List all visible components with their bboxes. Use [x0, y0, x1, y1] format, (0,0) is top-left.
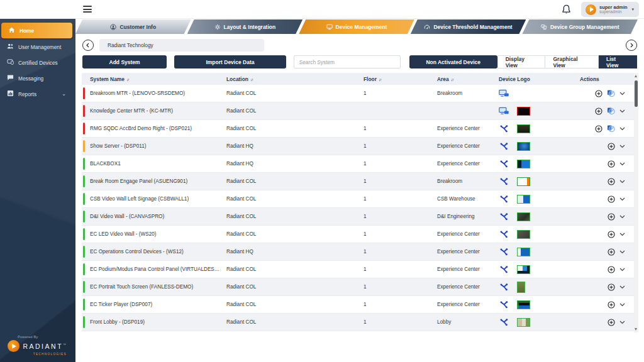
add-circle-button[interactable]	[608, 178, 615, 185]
tab-device-threshold-management[interactable]: Device Threshold Management	[411, 19, 526, 34]
status-bar	[83, 158, 85, 170]
table-row[interactable]: D&I Video Wall - (CANVASPRO) Radiant COL…	[82, 208, 638, 226]
cell-device-logo	[499, 177, 579, 186]
import-device-data-button[interactable]: Import Device Data	[174, 55, 286, 69]
hamburger-menu-icon[interactable]	[83, 6, 92, 13]
edit-blocked-icon[interactable]	[607, 89, 615, 97]
sort-icon[interactable]: ↓↑	[126, 77, 129, 82]
table-row[interactable]: EC Podium/Modus Pana Control Panel (VIRT…	[82, 261, 638, 278]
table-row[interactable]: EC Ticker Player (DSP007) Radiant COL 1 …	[82, 296, 638, 314]
header-floor[interactable]: Floor↓↑	[364, 76, 437, 82]
scroll-up-icon[interactable]	[635, 75, 637, 77]
cell-location: Radiant HQ	[226, 143, 364, 149]
add-circle-button[interactable]	[608, 195, 615, 203]
add-circle-button[interactable]	[608, 301, 615, 309]
table-row[interactable]: EC Portrait Touch Screen (FANLESS-DEMO) …	[82, 278, 638, 296]
device-thumbnail	[517, 195, 530, 204]
expand-row-button[interactable]	[619, 109, 625, 113]
expand-row-button[interactable]	[619, 145, 625, 148]
expand-row-button[interactable]	[619, 215, 625, 219]
radiant-brand-sub: TECHNOLOGIES	[0, 353, 67, 356]
scrollbar-thumb[interactable]	[635, 80, 638, 107]
table-row[interactable]: CSB Video Wall Left Signage (CSBWALL1) R…	[82, 190, 638, 208]
cell-floor: 1	[364, 178, 437, 184]
table-row[interactable]: BLACKBOX1 Radiant HQ 1 Experience Center	[82, 155, 638, 173]
sort-icon[interactable]: ↓↑	[451, 77, 453, 82]
expand-row-button[interactable]	[619, 321, 625, 324]
expand-row-button[interactable]	[619, 285, 625, 289]
scroll-down-icon[interactable]	[635, 328, 637, 331]
customer-select[interactable]: Radiant Technology	[99, 39, 264, 52]
add-circle-button[interactable]	[608, 266, 615, 273]
expand-row-button[interactable]	[619, 197, 625, 201]
media-player-icon	[499, 265, 509, 273]
add-circle-button[interactable]	[595, 90, 602, 97]
sort-icon[interactable]: ↓↑	[379, 77, 381, 82]
add-circle-button[interactable]	[608, 213, 615, 221]
sidebar-item-home[interactable]: Home	[1, 23, 72, 38]
add-circle-button[interactable]	[608, 248, 615, 256]
cell-device-logo	[499, 265, 579, 274]
sort-icon[interactable]: ↓↑	[250, 77, 253, 82]
add-circle-button[interactable]	[595, 107, 602, 115]
device-thumbnail	[517, 177, 530, 186]
edit-blocked-icon[interactable]	[607, 107, 615, 115]
cell-actions	[579, 178, 638, 185]
cell-device-logo	[499, 248, 579, 256]
cell-area: Breakroom	[437, 90, 499, 96]
search-system-input[interactable]	[294, 55, 401, 69]
list-view-button[interactable]: List View	[599, 55, 637, 69]
media-player-icon	[499, 318, 509, 326]
add-circle-button[interactable]	[608, 160, 615, 168]
add-system-button[interactable]: Add System	[82, 55, 167, 69]
status-bar	[83, 263, 85, 275]
table-row[interactable]: EC LED Video Wall - (WS20) Radiant COL 1…	[82, 226, 638, 243]
expand-row-button[interactable]	[619, 303, 625, 307]
expand-row-button[interactable]	[619, 162, 625, 166]
table-row[interactable]: EC Operations Control Devices - (WS12) R…	[82, 243, 638, 261]
notification-bell-icon[interactable]	[562, 4, 571, 14]
add-circle-button[interactable]	[608, 319, 615, 326]
header-location[interactable]: Location↓↑	[226, 76, 364, 82]
tab-device-management[interactable]: Device Management	[299, 19, 414, 34]
table-scrollbar[interactable]	[634, 73, 638, 332]
user-menu[interactable]: super admin superadmin ▾	[581, 2, 639, 17]
tab-layout-integration[interactable]: Layout & Integration	[187, 19, 303, 34]
table-row[interactable]: Break Room Engage Panel (ASUENG901) Radi…	[82, 173, 638, 190]
graphical-view-button[interactable]: Graphical View	[545, 55, 599, 69]
table-row[interactable]: Knowledge Center MTR - (KC-MTR) Radiant …	[82, 102, 638, 120]
table-row[interactable]: Breakroom MTR - (LENOVO-SRSDEMO) Radiant…	[82, 85, 638, 102]
sidebar-item-certified-devices[interactable]: Certified Devices	[0, 55, 72, 70]
tab-customer-info[interactable]: Customer Info	[75, 19, 191, 34]
add-circle-button[interactable]	[608, 231, 615, 238]
back-button[interactable]	[82, 40, 94, 51]
cell-location: Radiant COL	[226, 90, 364, 96]
non-activated-device-button[interactable]: Non Activated Device	[409, 55, 497, 69]
header-area[interactable]: Area↓↑	[437, 76, 499, 82]
cell-location: Radiant COL	[226, 108, 364, 114]
tab-device-group-management[interactable]: Device Group Management	[522, 19, 638, 34]
sidebar-item-messaging[interactable]: Messaging	[0, 71, 72, 85]
add-circle-button[interactable]	[608, 143, 615, 150]
cell-location: Radiant COL	[226, 319, 364, 325]
table-row[interactable]: Front Lobby - (DSP019) Radiant COL 1 Lob…	[82, 314, 638, 331]
expand-row-button[interactable]	[619, 233, 625, 236]
add-circle-button[interactable]	[608, 283, 615, 291]
edit-blocked-icon[interactable]	[607, 124, 615, 133]
expand-row-button[interactable]	[619, 127, 625, 131]
sidebar-item-user-management[interactable]: User Management	[0, 40, 72, 54]
forward-button[interactable]	[626, 40, 637, 51]
cell-area: Experience Center	[437, 126, 499, 131]
display-view-button[interactable]: Display View	[497, 55, 546, 69]
table-row[interactable]: Show Server - (DSP011) Radiant HQ 1 Expe…	[82, 138, 638, 155]
expand-row-button[interactable]	[619, 250, 625, 254]
header-system-name[interactable]: System Name↓↑	[82, 76, 226, 82]
expand-row-button[interactable]	[619, 180, 625, 184]
sidebar-item-reports[interactable]: Reports ⌄	[0, 87, 72, 101]
add-circle-button[interactable]	[595, 125, 602, 133]
expand-row-button[interactable]	[619, 268, 625, 272]
table-row[interactable]: RMG SQDC AccBrd Demo Right - (DSP021) Ra…	[82, 120, 638, 138]
expand-row-button[interactable]	[619, 92, 625, 96]
device-group-icon	[541, 24, 547, 30]
cell-device-logo	[499, 160, 579, 168]
